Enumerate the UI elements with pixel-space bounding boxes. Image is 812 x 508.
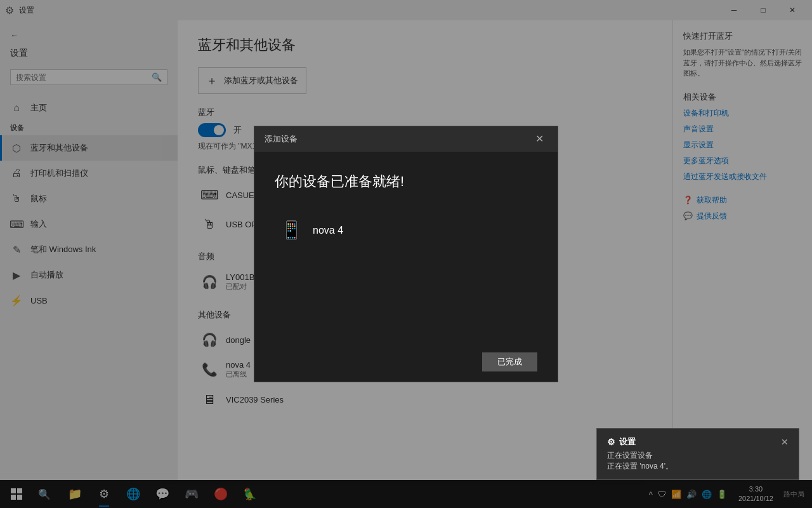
toast-notification: ⚙ 设置 ✕ 正在设置设备 正在设置 'nova 4'。 <box>596 428 799 480</box>
modal-done-button[interactable]: 已完成 <box>482 352 537 371</box>
modal-body: 你的设备已准备就绪! 📱 nova 4 <box>254 152 558 342</box>
toast-settings-icon: ⚙ <box>607 437 615 447</box>
modal-device-item[interactable]: 📱 nova 4 <box>275 211 537 249</box>
toast-body-line1: 正在设置设备 <box>607 450 789 461</box>
modal-titlebar: 添加设备 ✕ <box>254 126 558 152</box>
toast-close-button[interactable]: ✕ <box>781 437 789 447</box>
modal-device-icon: 📱 <box>280 220 303 241</box>
modal-footer: 已完成 <box>254 342 558 382</box>
toast-header: ⚙ 设置 ✕ <box>607 436 789 448</box>
modal-heading: 你的设备已准备就绪! <box>275 172 537 191</box>
toast-title: ⚙ 设置 <box>607 436 636 448</box>
modal-close-button[interactable]: ✕ <box>532 133 547 145</box>
toast-body: 正在设置设备 正在设置 'nova 4'。 <box>607 450 789 472</box>
toast-body-line2: 正在设置 'nova 4'。 <box>607 461 789 472</box>
toast-title-text: 设置 <box>619 436 636 448</box>
modal-device-name: nova 4 <box>313 225 343 236</box>
modal-title: 添加设备 <box>265 133 298 145</box>
add-device-modal: 添加设备 ✕ 你的设备已准备就绪! 📱 nova 4 已完成 <box>254 126 558 382</box>
